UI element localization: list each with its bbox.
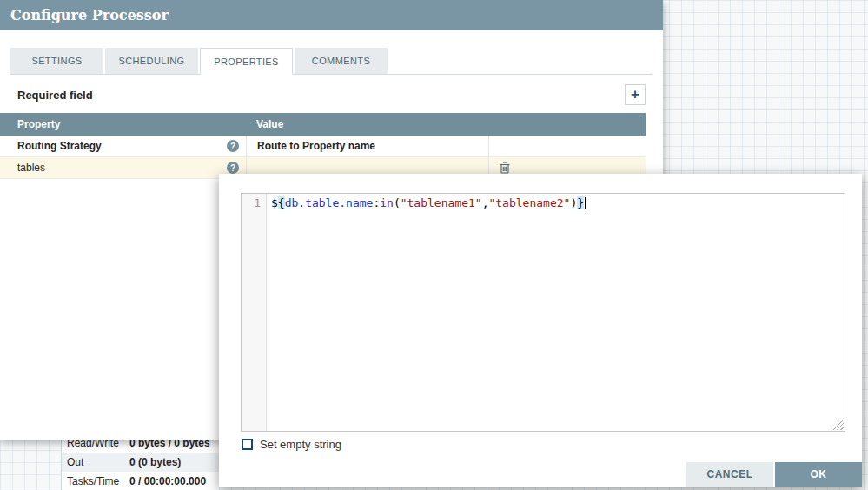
property-value-cell[interactable]: Route to Property name <box>246 136 489 156</box>
property-name: tables <box>17 162 45 174</box>
expression-code-editor[interactable]: 1 ${db.table.name:in("tablename1","table… <box>241 193 845 432</box>
code-token: $ <box>271 196 278 209</box>
code-token: "tablename1" <box>401 196 482 209</box>
value-column-header: Value <box>246 113 489 136</box>
table-row: Routing Strategy ? Route to Property nam… <box>0 136 646 157</box>
plus-icon: + <box>631 86 639 103</box>
processor-stats-panel: Read/Write 0 bytes / 0 bytes Out 0 (0 by… <box>61 434 219 490</box>
help-icon[interactable]: ? <box>227 140 239 152</box>
text-caret <box>585 197 586 209</box>
property-value: Route to Property name <box>257 140 375 152</box>
resize-handle[interactable] <box>832 419 844 430</box>
set-empty-string-label: Set empty string <box>260 438 341 451</box>
add-property-button[interactable]: + <box>625 84 646 105</box>
dialog-header: Configure Processor <box>0 0 663 30</box>
code-token: ( <box>394 196 401 209</box>
properties-table-header: Property Value <box>0 113 646 136</box>
tab-settings[interactable]: SETTINGS <box>10 48 103 74</box>
stat-value: 0 (0 bytes) <box>129 456 181 468</box>
tab-properties[interactable]: PROPERTIES <box>200 48 293 75</box>
property-value-editor-popover: 1 ${db.table.name:in("tablename1","table… <box>219 174 862 487</box>
code-token: db.table.name <box>285 196 374 209</box>
properties-table: Property Value Routing Strategy ? Route … <box>0 113 646 179</box>
dialog-tabbar: SETTINGS SCHEDULING PROPERTIES COMMENTS <box>10 48 653 75</box>
help-icon[interactable]: ? <box>227 162 239 174</box>
stat-row-out: Out 0 (0 bytes) <box>62 453 219 472</box>
code-token: { <box>278 196 285 209</box>
code-line: ${db.table.name:in("tablename1","tablena… <box>267 194 586 431</box>
property-name: Routing Strategy <box>17 140 102 152</box>
set-empty-string-checkbox[interactable] <box>242 439 253 450</box>
delete-property-icon[interactable] <box>500 162 510 174</box>
required-field-label: Required field <box>17 89 93 102</box>
stat-row-tasks-time: Tasks/Time 0 / 00:00:00.000 <box>62 472 219 490</box>
editor-button-row: CANCEL OK <box>686 462 862 487</box>
property-column-header: Property <box>0 113 246 136</box>
cancel-button[interactable]: CANCEL <box>686 462 773 487</box>
ok-button[interactable]: OK <box>775 462 862 487</box>
set-empty-string-row: Set empty string <box>242 438 341 451</box>
code-token: } <box>577 196 584 209</box>
line-number: 1 <box>254 196 261 209</box>
tab-comments[interactable]: COMMENTS <box>295 48 388 74</box>
stat-label: Tasks/Time <box>67 475 129 487</box>
stat-value: 0 / 00:00:00.000 <box>129 475 206 487</box>
tab-scheduling[interactable]: SCHEDULING <box>105 48 198 74</box>
code-token: in <box>380 196 394 209</box>
stat-label: Out <box>67 456 129 468</box>
code-token: "tablename2" <box>488 196 570 209</box>
dialog-title: Configure Processor <box>10 7 169 23</box>
line-number-gutter: 1 <box>242 194 267 431</box>
required-field-row: Required field + <box>17 84 646 105</box>
